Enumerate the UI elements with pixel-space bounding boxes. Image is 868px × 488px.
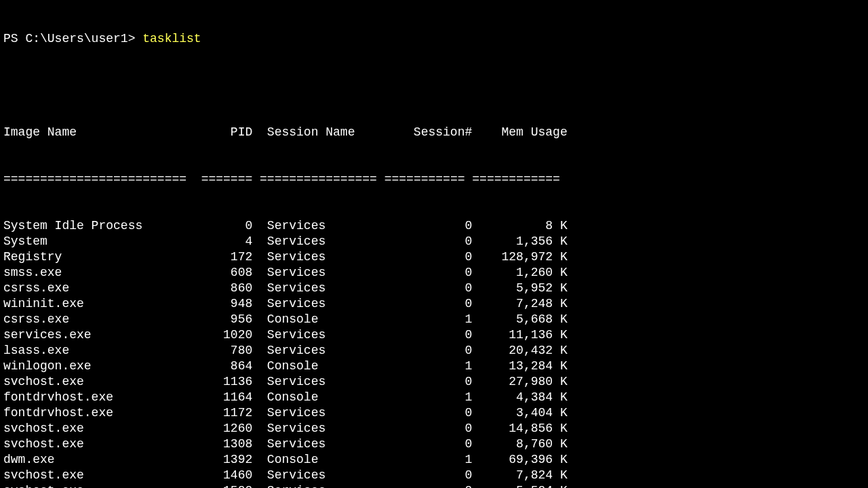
cell-mem-usage: 8,760 K xyxy=(472,436,567,452)
cell-session-name: Console xyxy=(260,312,384,327)
cell-mem-usage: 5,952 K xyxy=(472,281,567,296)
cell-mem-usage: 1,356 K xyxy=(472,234,567,249)
cell-image-name: System xyxy=(3,234,194,249)
divider-session-name: ================ xyxy=(260,171,377,187)
header-mem-usage: Mem Usage xyxy=(472,125,567,140)
table-divider: ========================================… xyxy=(3,171,865,187)
cell-session-name: Services xyxy=(260,218,384,234)
cell-pid: 1172 xyxy=(194,405,252,421)
table-row: System4Services01,356 K xyxy=(3,234,865,249)
cell-session-name: Services xyxy=(260,343,384,359)
cell-image-name: smss.exe xyxy=(3,265,194,281)
cell-mem-usage: 4,384 K xyxy=(472,390,567,405)
cell-session-num: 0 xyxy=(384,405,473,421)
cell-session-name: Services xyxy=(260,421,384,436)
cell-session-num: 0 xyxy=(384,421,473,436)
cell-image-name: csrss.exe xyxy=(3,312,194,327)
table-row: wininit.exe948Services07,248 K xyxy=(3,296,865,312)
cell-image-name: System Idle Process xyxy=(3,218,194,234)
header-pid: PID xyxy=(194,125,252,140)
cell-session-num: 1 xyxy=(384,390,473,405)
cell-session-num: 0 xyxy=(384,468,473,483)
cell-pid: 780 xyxy=(194,343,252,359)
table-row: services.exe1020Services011,136 K xyxy=(3,327,865,343)
cell-pid: 1392 xyxy=(194,452,252,468)
table-row: fontdrvhost.exe1164Console14,384 K xyxy=(3,390,865,405)
cell-session-num: 0 xyxy=(384,281,473,296)
cell-pid: 1136 xyxy=(194,374,252,390)
cell-mem-usage: 7,248 K xyxy=(472,296,567,312)
cell-mem-usage: 20,432 K xyxy=(472,343,567,359)
table-row: dwm.exe1392Console169,396 K xyxy=(3,452,865,468)
blank-line xyxy=(3,78,865,94)
divider-mem: ============ xyxy=(472,171,560,187)
cell-session-name: Services xyxy=(260,281,384,296)
cell-image-name: fontdrvhost.exe xyxy=(3,405,194,421)
cell-session-name: Services xyxy=(260,296,384,312)
cell-pid: 608 xyxy=(194,265,252,281)
divider-session-num: =========== xyxy=(384,171,465,187)
cell-session-name: Console xyxy=(260,390,384,405)
cell-session-num: 0 xyxy=(384,249,473,265)
table-body: System Idle Process0Services08 KSystem4S… xyxy=(3,218,865,488)
table-row: lsass.exe780Services020,432 K xyxy=(3,343,865,359)
cell-pid: 1500 xyxy=(194,483,252,488)
cell-mem-usage: 1,260 K xyxy=(472,265,567,281)
cell-image-name: svchost.exe xyxy=(3,436,194,452)
cell-pid: 860 xyxy=(194,281,252,296)
cell-image-name: fontdrvhost.exe xyxy=(3,390,194,405)
cell-session-num: 0 xyxy=(384,234,473,249)
cell-session-name: Services xyxy=(260,468,384,483)
header-session-num: Session# xyxy=(384,125,473,140)
cell-mem-usage: 7,824 K xyxy=(472,468,567,483)
cell-session-num: 0 xyxy=(384,327,473,343)
command-text: tasklist xyxy=(142,31,201,47)
shell-prompt: PS C:\Users\user1> xyxy=(3,31,142,47)
cell-mem-usage: 128,972 K xyxy=(472,249,567,265)
header-image-name: Image Name xyxy=(3,125,194,140)
cell-image-name: svchost.exe xyxy=(3,468,194,483)
cell-pid: 4 xyxy=(194,234,252,249)
cell-pid: 1020 xyxy=(194,327,252,343)
table-row: csrss.exe956Console15,668 K xyxy=(3,312,865,327)
cell-session-num: 0 xyxy=(384,374,473,390)
table-row: svchost.exe1308Services08,760 K xyxy=(3,436,865,452)
table-row: Registry172Services0128,972 K xyxy=(3,249,865,265)
cell-image-name: svchost.exe xyxy=(3,483,194,488)
prompt-line: PS C:\Users\user1> tasklist xyxy=(3,31,865,47)
cell-session-num: 1 xyxy=(384,312,473,327)
cell-pid: 1460 xyxy=(194,468,252,483)
cell-mem-usage: 27,980 K xyxy=(472,374,567,390)
cell-pid: 864 xyxy=(194,359,252,374)
cell-mem-usage: 69,396 K xyxy=(472,452,567,468)
cell-session-name: Console xyxy=(260,359,384,374)
cell-mem-usage: 11,136 K xyxy=(472,327,567,343)
cell-session-name: Services xyxy=(260,265,384,281)
cell-session-name: Services xyxy=(260,436,384,452)
cell-session-name: Services xyxy=(260,249,384,265)
cell-image-name: svchost.exe xyxy=(3,374,194,390)
cell-session-name: Services xyxy=(260,374,384,390)
table-row: smss.exe608Services01,260 K xyxy=(3,265,865,281)
cell-session-num: 0 xyxy=(384,343,473,359)
table-row: svchost.exe1460Services07,824 K xyxy=(3,468,865,483)
cell-session-num: 1 xyxy=(384,359,473,374)
terminal-output[interactable]: PS C:\Users\user1> tasklist Image NamePI… xyxy=(3,0,865,488)
cell-session-num: 0 xyxy=(384,265,473,281)
table-row: System Idle Process0Services08 K xyxy=(3,218,865,234)
cell-image-name: wininit.exe xyxy=(3,296,194,312)
cell-image-name: csrss.exe xyxy=(3,281,194,296)
cell-pid: 1260 xyxy=(194,421,252,436)
cell-mem-usage: 8 K xyxy=(472,218,567,234)
cell-image-name: lsass.exe xyxy=(3,343,194,359)
cell-pid: 1308 xyxy=(194,436,252,452)
cell-image-name: services.exe xyxy=(3,327,194,343)
cell-mem-usage: 5,504 K xyxy=(472,483,567,488)
cell-session-name: Console xyxy=(260,452,384,468)
table-row: winlogon.exe864Console113,284 K xyxy=(3,359,865,374)
cell-mem-usage: 13,284 K xyxy=(472,359,567,374)
cell-session-num: 0 xyxy=(384,218,473,234)
cell-image-name: dwm.exe xyxy=(3,452,194,468)
cell-image-name: winlogon.exe xyxy=(3,359,194,374)
cell-mem-usage: 3,404 K xyxy=(472,405,567,421)
